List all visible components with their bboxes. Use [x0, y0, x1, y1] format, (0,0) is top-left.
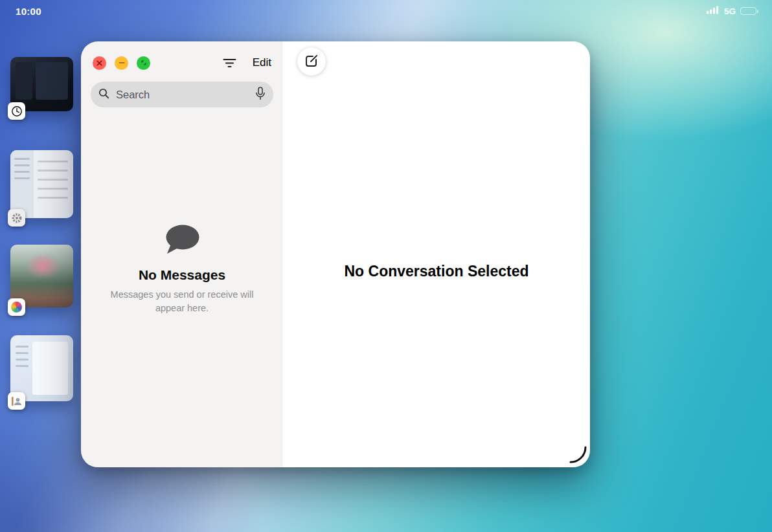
- battery-icon: [740, 7, 756, 16]
- contacts-app-thumbnail: [10, 335, 73, 401]
- settings-app-icon: [8, 209, 25, 227]
- close-icon[interactable]: [93, 56, 106, 70]
- no-conversation-title: No Conversation Selected: [344, 263, 528, 280]
- conversation-pane: No Conversation Selected: [283, 41, 590, 467]
- filter-icon[interactable]: [221, 56, 238, 70]
- status-bar: 10:00 5G: [0, 0, 772, 22]
- recent-app-clock[interactable]: [10, 57, 73, 111]
- resize-handle-icon[interactable]: [569, 445, 587, 463]
- settings-app-thumbnail: [10, 150, 73, 218]
- speech-bubble-icon: [164, 223, 201, 258]
- conversation-sidebar: Edit: [81, 41, 283, 467]
- ipad-screen: 10:00 5G: [0, 0, 772, 532]
- compose-button[interactable]: [297, 47, 326, 76]
- clock-app-icon: [8, 102, 25, 120]
- sidebar-actions: Edit: [221, 54, 273, 71]
- no-messages-subtitle: Messages you send or receive will appear…: [106, 288, 258, 315]
- photos-app-icon: [8, 298, 25, 316]
- recent-app-contacts[interactable]: [10, 335, 73, 401]
- window-controls: [93, 56, 150, 70]
- zoom-icon[interactable]: [137, 56, 150, 70]
- signal-icon: [707, 5, 720, 17]
- no-messages-title: No Messages: [139, 267, 225, 283]
- compose-icon: [304, 54, 319, 70]
- network-badge: 5G: [724, 6, 736, 16]
- status-indicators: 5G: [707, 5, 756, 17]
- contacts-app-icon: [8, 392, 25, 410]
- edit-button[interactable]: Edit: [251, 54, 273, 71]
- sidebar-empty-state: No Messages Messages you send or receive…: [81, 71, 283, 467]
- sidebar-header: Edit: [81, 41, 283, 75]
- recent-app-photos[interactable]: [10, 245, 73, 307]
- clock-time: 10:00: [16, 6, 41, 17]
- messages-window: Edit: [81, 41, 590, 467]
- minimize-icon[interactable]: [115, 56, 128, 70]
- recent-app-settings[interactable]: [10, 150, 73, 218]
